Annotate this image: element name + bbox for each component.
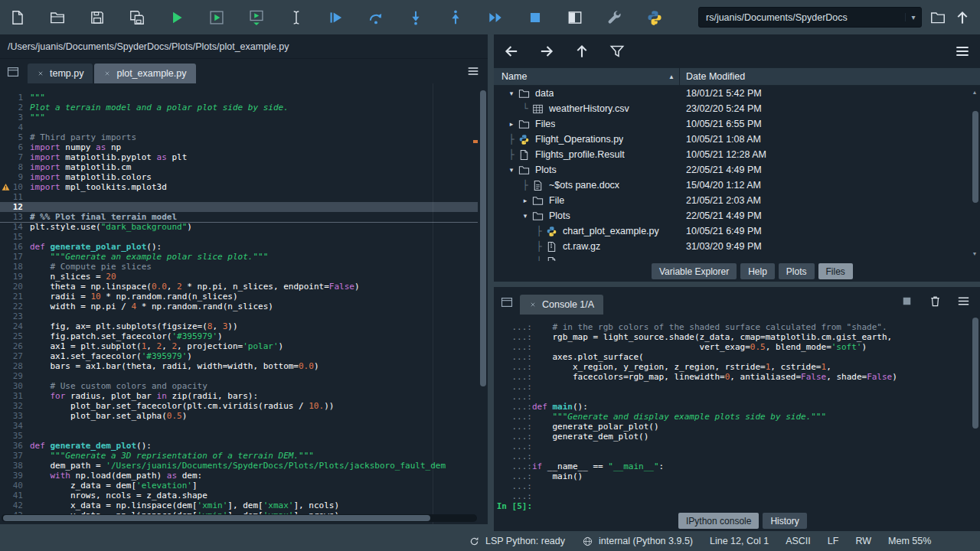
line-number[interactable]: 42 <box>0 500 30 510</box>
step-out-button[interactable] <box>447 9 464 26</box>
file-row[interactable]: ▸Files10/05/21 6:55 PM <box>494 116 980 132</box>
line-number[interactable]: 3 <box>0 112 30 122</box>
line-number[interactable]: 31 <box>0 391 30 401</box>
line-number[interactable]: 39 <box>0 471 30 481</box>
back-button[interactable] <box>503 43 520 60</box>
editor-tab-temp.py[interactable]: temp.py <box>28 64 93 83</box>
line-number[interactable]: 14 <box>0 222 30 232</box>
line-number[interactable]: 41 <box>0 491 30 500</box>
console-options-menu-button[interactable] <box>956 294 971 308</box>
line-number[interactable]: 37 <box>0 451 30 461</box>
line-number[interactable]: 38 <box>0 461 30 471</box>
code-line[interactable]: 33 plot_bar.set_alpha(0.5) <box>0 411 478 421</box>
line-number[interactable]: 7 <box>0 152 30 162</box>
line-number[interactable]: 1 <box>0 93 30 103</box>
line-number[interactable]: 18 <box>0 262 30 272</box>
line-number[interactable]: 16 <box>0 242 30 252</box>
warning-flag-marker[interactable] <box>473 140 478 143</box>
code-line[interactable]: 2Plot a terrain model and a polar plot s… <box>0 103 478 112</box>
browse-directory-button[interactable] <box>929 9 946 26</box>
line-number[interactable]: 8 <box>0 162 30 172</box>
code-line[interactable]: 42 x_data = np.linspace(dem['xmin'], dem… <box>0 500 478 510</box>
code-line[interactable]: 19 n_slices = 20 <box>0 272 478 282</box>
code-line[interactable]: 41 nrows, ncols = z_data.shape <box>0 491 478 500</box>
code-line[interactable]: 32 plot_bar.set_facecolor(plt.cm.viridis… <box>0 401 478 411</box>
chevron-right-icon[interactable]: ▸ <box>505 120 518 128</box>
pane-tab-plots[interactable]: Plots <box>779 263 815 279</box>
panes-icon[interactable] <box>6 65 20 79</box>
code-line[interactable]: 26 ax1 = plt.subplot(1, 2, 2, projection… <box>0 341 478 351</box>
editor-tab-plot_example.py[interactable]: plot_example.py <box>94 64 195 83</box>
line-number[interactable]: 19 <box>0 272 30 282</box>
file-row[interactable]: ├chart_plot_example.py10/05/21 6:49 PM <box>494 223 980 239</box>
line-number[interactable]: 36 <box>0 441 30 451</box>
file-row[interactable]: ├~$ots pane.docx15/04/20 1:12 AM <box>494 178 980 193</box>
code-line[interactable]: 35 <box>0 431 478 441</box>
code-line[interactable]: 29 <box>0 371 478 381</box>
code-line[interactable]: 27 ax1.set_facecolor('#395979') <box>0 351 478 361</box>
console-output[interactable]: ...: # in the rgb colors of the shaded s… <box>494 315 970 511</box>
line-number[interactable]: 35 <box>0 431 30 441</box>
line-number[interactable]: 17 <box>0 252 30 262</box>
scroll-up-arrow-icon[interactable]: ▲ <box>971 90 978 95</box>
debug-button[interactable] <box>328 9 345 26</box>
code-line[interactable]: 24 fig, ax= plt.subplots(figsize=(8, 3)) <box>0 321 478 331</box>
line-number[interactable]: 27 <box>0 351 30 361</box>
code-line[interactable]: 34 <box>0 421 478 431</box>
editor-vertical-scrollbar[interactable] <box>480 90 486 386</box>
filter-button[interactable] <box>609 43 626 60</box>
code-line[interactable]: 18 # Compute pie slices <box>0 262 478 272</box>
line-number[interactable]: 28 <box>0 361 30 371</box>
code-line[interactable]: 9import matplotlib.colors <box>0 172 478 182</box>
line-number[interactable]: 6 <box>0 142 30 152</box>
file-row[interactable]: └weatherHistory.csv23/02/20 5:24 PM <box>494 101 980 116</box>
code-line[interactable]: 13# %% Plot final terrain model <box>0 212 478 222</box>
editor-options-menu-button[interactable] <box>466 64 480 78</box>
line-number[interactable]: 23 <box>0 311 30 321</box>
code-line[interactable]: 15 <box>0 232 478 242</box>
pane-tab-files[interactable]: Files <box>818 263 853 279</box>
file-row[interactable]: ├Flights_profile.Result10/05/21 12:28 AM <box>494 147 980 162</box>
line-number[interactable]: 24 <box>0 321 30 331</box>
save-all-button[interactable] <box>129 9 145 26</box>
file-row[interactable]: ├ <box>494 254 980 261</box>
code-editor[interactable]: 1"""2Plot a terrain model and a polar pl… <box>0 83 488 524</box>
code-line[interactable]: 12 <box>0 202 478 212</box>
code-line[interactable]: 17 """Generate an example polar slice pl… <box>0 252 478 262</box>
remove-console-button[interactable] <box>928 294 942 308</box>
stop-button[interactable] <box>527 9 544 26</box>
chevron-down-icon[interactable]: ▾ <box>518 212 532 220</box>
code-line[interactable]: 6import numpy as np <box>0 142 478 152</box>
line-number[interactable]: 20 <box>0 282 30 292</box>
code-line[interactable]: 30 # Use custom colors and opacity <box>0 381 478 391</box>
code-line[interactable]: 1""" <box>0 93 478 103</box>
code-line[interactable]: 8import matplotlib.cm <box>0 162 478 172</box>
pane-tab-help[interactable]: Help <box>740 263 775 279</box>
code-line[interactable]: 25 fig.patch.set_facecolor('#395979') <box>0 331 478 341</box>
pane-tab-history[interactable]: History <box>763 513 806 529</box>
code-line[interactable]: 7import matplotlib.pyplot as plt <box>0 152 478 162</box>
file-row[interactable]: ▾data18/01/21 5:42 PM <box>494 86 980 101</box>
file-row[interactable]: ├Flight_Operations.py10/05/21 1:08 AM <box>494 132 980 147</box>
files-options-menu-button[interactable] <box>954 43 971 60</box>
run-cell-button[interactable] <box>208 9 225 26</box>
run-selection-button[interactable] <box>288 9 305 26</box>
up-directory-button[interactable] <box>573 43 590 60</box>
close-icon[interactable] <box>529 301 537 308</box>
code-line[interactable]: 23 <box>0 311 478 321</box>
new-file-button[interactable] <box>9 9 26 26</box>
chevron-down-icon[interactable]: ▾ <box>505 90 518 97</box>
pane-tab-variable-explorer[interactable]: Variable Explorer <box>652 263 737 279</box>
line-number[interactable]: 9 <box>0 172 30 182</box>
scroll-down-arrow-icon[interactable]: ▼ <box>971 251 978 256</box>
chevron-down-icon[interactable]: ▾ <box>905 13 921 21</box>
code-line[interactable]: 3""" <box>0 112 478 122</box>
console-tab[interactable]: Console 1/A <box>520 295 603 315</box>
code-line[interactable]: 40 z_data = dem['elevation'] <box>0 481 478 491</box>
working-directory-combobox[interactable]: rs/juanis/Documents/SpyderDocs ▾ <box>698 7 922 28</box>
line-number[interactable]: 11 <box>0 192 30 202</box>
column-header-date[interactable]: Date Modified <box>680 68 980 85</box>
line-number[interactable]: 21 <box>0 292 30 302</box>
code-line[interactable]: 22 width = np.pi / 4 * np.random.rand(n_… <box>0 302 478 311</box>
line-number[interactable]: 12 <box>0 202 30 212</box>
